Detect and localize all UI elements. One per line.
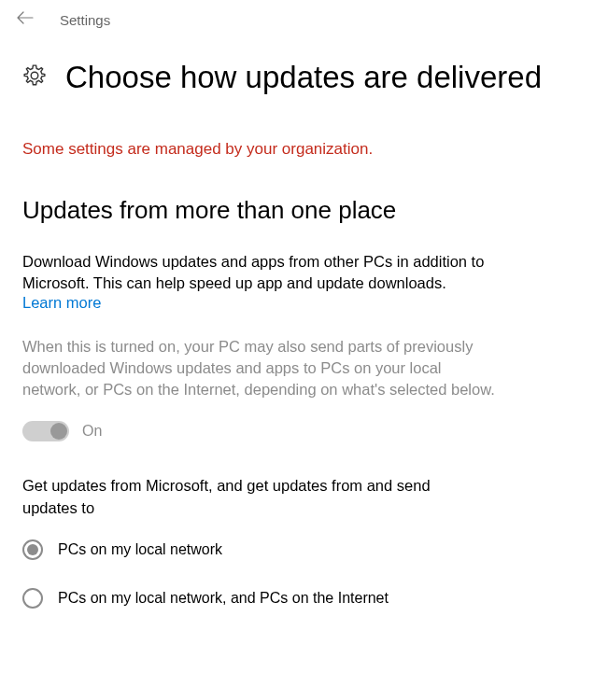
radio-icon — [22, 539, 43, 560]
toggle-knob — [50, 423, 67, 440]
options-subhead: Get updates from Microsoft, and get upda… — [22, 475, 471, 518]
page-title: Choose how updates are delivered — [65, 60, 542, 95]
gear-icon — [22, 63, 47, 91]
learn-more-link[interactable]: Learn more — [22, 294, 101, 312]
section-info: When this is turned on, your PC may also… — [22, 336, 499, 400]
radio-option-local[interactable]: PCs on my local network — [22, 539, 572, 560]
section-description: Download Windows updates and apps from o… — [22, 251, 499, 294]
toggle-row: On — [22, 421, 572, 441]
radio-option-internet[interactable]: PCs on my local network, and PCs on the … — [22, 588, 572, 609]
title-row: Choose how updates are delivered — [22, 60, 572, 95]
delivery-toggle[interactable] — [22, 421, 69, 441]
radio-icon — [22, 588, 43, 609]
toggle-label: On — [82, 423, 102, 440]
header-bar: Settings — [0, 0, 594, 39]
section-title: Updates from more than one place — [22, 196, 572, 225]
org-notice: Some settings are managed by your organi… — [22, 140, 572, 159]
back-arrow-icon[interactable] — [17, 11, 34, 28]
header-title: Settings — [60, 12, 110, 28]
radio-label: PCs on my local network — [58, 541, 222, 558]
radio-label: PCs on my local network, and PCs on the … — [58, 590, 389, 607]
